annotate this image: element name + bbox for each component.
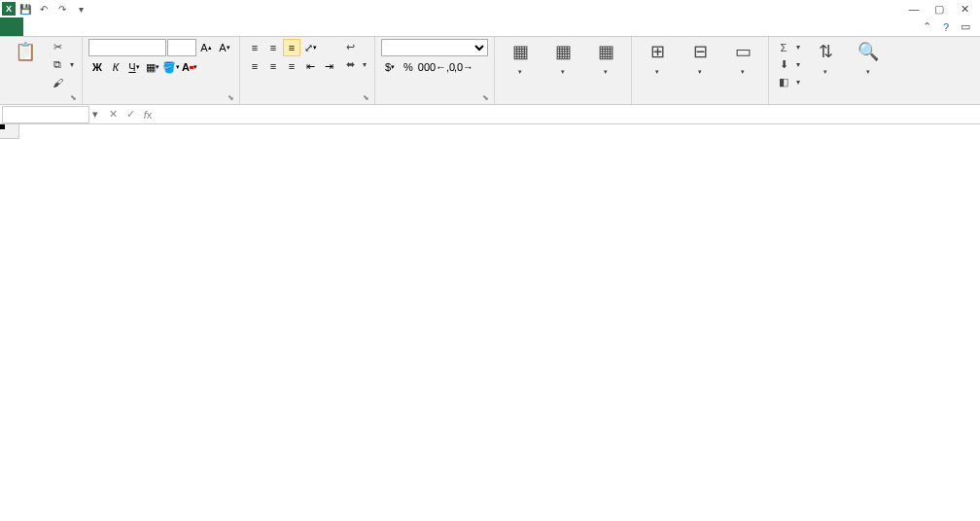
clipboard-group: 📋 ✂ ⧉▾ 🖌 ⬊ xyxy=(0,37,83,104)
font-dialog-launcher[interactable]: ⬊ xyxy=(228,93,237,103)
percent-button[interactable]: % xyxy=(400,58,417,76)
cells-group: ⊞▾ ⊟▾ ▭▾ xyxy=(632,37,769,104)
cells-area[interactable] xyxy=(19,139,980,521)
increase-decimal-button[interactable]: ←,0 xyxy=(437,58,454,76)
qat-redo-icon[interactable]: ↷ xyxy=(53,1,71,17)
number-format-select[interactable] xyxy=(381,39,488,56)
fill-icon: ⬇ xyxy=(777,58,790,72)
ribbon: 📋 ✂ ⧉▾ 🖌 ⬊ A▴ A▾ Ж К Ч▾ ▦▾ xyxy=(0,37,980,105)
column-headers xyxy=(19,124,980,139)
formula-bar-row: ▾ ✕ ✓ fx xyxy=(0,105,980,124)
help-icon[interactable]: ? xyxy=(939,20,953,34)
font-size-select[interactable] xyxy=(167,39,196,56)
spreadsheet-grid[interactable] xyxy=(0,124,980,521)
brush-icon: 🖌 xyxy=(51,76,64,89)
fx-button[interactable]: fx xyxy=(140,107,156,122)
underline-button[interactable]: Ч▾ xyxy=(125,58,143,76)
grow-font-button[interactable]: A▴ xyxy=(197,39,215,56)
align-left-button[interactable]: ≡ xyxy=(246,57,263,75)
number-dialog-launcher[interactable]: ⬊ xyxy=(482,93,492,103)
decrease-indent-button[interactable]: ⇤ xyxy=(301,57,319,75)
align-right-button[interactable]: ≡ xyxy=(283,57,300,75)
font-color-button[interactable]: A▾ xyxy=(181,58,198,76)
qat-undo-icon[interactable]: ↶ xyxy=(35,1,52,17)
comma-button[interactable]: 000 xyxy=(418,58,436,76)
formula-input[interactable] xyxy=(159,106,980,123)
increase-indent-button[interactable]: ⇥ xyxy=(320,57,337,75)
wrap-icon: ↩ xyxy=(343,41,357,54)
fill-color-button[interactable]: 🪣▾ xyxy=(162,58,180,76)
file-tab[interactable] xyxy=(0,17,23,36)
merge-icon: ⬌ xyxy=(343,58,357,72)
qat-customize-icon[interactable]: ▾ xyxy=(72,1,89,17)
paste-icon: 📋 xyxy=(14,41,37,64)
close-button[interactable]: ✕ xyxy=(953,1,976,17)
italic-button[interactable]: К xyxy=(107,58,124,76)
qat-save-icon[interactable]: 💾 xyxy=(17,1,34,17)
title-bar: X 💾 ↶ ↷ ▾ — ▢ ✕ xyxy=(0,0,980,17)
insert-icon: ⊞ xyxy=(646,41,669,64)
find-select-button[interactable]: 🔍▾ xyxy=(849,39,888,78)
format-cells-button[interactable]: ▭▾ xyxy=(723,39,762,78)
minimize-ribbon-icon[interactable]: ⌃ xyxy=(920,20,933,34)
copy-icon: ⧉ xyxy=(51,58,64,72)
find-icon: 🔍 xyxy=(857,41,880,64)
autosum-button[interactable]: Σ▾ xyxy=(775,39,802,55)
align-middle-button[interactable]: ≡ xyxy=(264,39,282,56)
font-group: A▴ A▾ Ж К Ч▾ ▦▾ 🪣▾ A▾ ⬊ xyxy=(83,37,240,104)
eraser-icon: ◧ xyxy=(777,76,790,89)
format-painter-button[interactable]: 🖌 xyxy=(49,74,76,90)
alignment-group-label xyxy=(240,90,374,104)
window-controls-icon[interactable]: ▭ xyxy=(959,20,972,34)
decrease-decimal-button[interactable]: ,0→ xyxy=(455,58,472,76)
cut-button[interactable]: ✂ xyxy=(49,39,76,55)
sigma-icon: Σ xyxy=(777,41,790,54)
orientation-button[interactable]: ⤢▾ xyxy=(301,39,319,56)
name-box-dropdown[interactable]: ▾ xyxy=(89,108,101,121)
alignment-dialog-launcher[interactable]: ⬊ xyxy=(363,93,372,103)
name-box[interactable] xyxy=(2,106,89,123)
cellstyles-icon: ▦ xyxy=(594,41,617,64)
sort-filter-button[interactable]: ⇅▾ xyxy=(806,39,845,78)
insert-cells-button[interactable]: ⊞▾ xyxy=(638,39,677,78)
conditional-formatting-button[interactable]: ▦▾ xyxy=(501,39,540,78)
border-button[interactable]: ▦▾ xyxy=(144,58,161,76)
sort-icon: ⇅ xyxy=(814,41,837,64)
delete-cells-button[interactable]: ⊟▾ xyxy=(681,39,719,78)
maximize-button[interactable]: ▢ xyxy=(928,1,951,17)
copy-button[interactable]: ⧉▾ xyxy=(49,56,76,73)
format-as-table-button[interactable]: ▦▾ xyxy=(543,39,582,78)
fill-handle[interactable] xyxy=(0,124,5,129)
wrap-text-button[interactable]: ↩ xyxy=(341,39,368,55)
editing-group-label xyxy=(769,90,893,104)
currency-button[interactable]: $▾ xyxy=(381,58,399,76)
align-top-button[interactable]: ≡ xyxy=(246,39,263,56)
cells-group-label xyxy=(632,90,768,104)
styles-group-label xyxy=(495,90,631,104)
clipboard-dialog-launcher[interactable]: ⬊ xyxy=(70,93,80,103)
number-group: $▾ % 000 ←,0 ,0→ ⬊ xyxy=(375,37,495,104)
cut-icon: ✂ xyxy=(51,41,64,54)
paste-button[interactable]: 📋 xyxy=(6,39,45,68)
cell-styles-button[interactable]: ▦▾ xyxy=(586,39,625,78)
delete-icon: ⊟ xyxy=(688,41,712,64)
alignment-group: ≡ ≡ ≡ ⤢▾ ≡ ≡ ≡ ⇤ ⇥ ↩ ⬌▾ ⬊ xyxy=(240,37,375,104)
minimize-button[interactable]: — xyxy=(902,1,926,17)
app-icon: X xyxy=(2,2,16,16)
align-center-button[interactable]: ≡ xyxy=(264,57,282,75)
bold-button[interactable]: Ж xyxy=(88,58,106,76)
fill-button[interactable]: ⬇▾ xyxy=(775,56,802,73)
table-icon: ▦ xyxy=(551,41,575,64)
styles-group: ▦▾ ▦▾ ▦▾ xyxy=(495,37,632,104)
editing-group: Σ▾ ⬇▾ ◧▾ ⇅▾ 🔍▾ xyxy=(769,37,893,104)
shrink-font-button[interactable]: A▾ xyxy=(216,39,233,56)
merge-center-button[interactable]: ⬌▾ xyxy=(341,56,368,73)
align-bottom-button[interactable]: ≡ xyxy=(283,39,300,56)
font-name-select[interactable] xyxy=(88,39,166,56)
clear-button[interactable]: ◧▾ xyxy=(775,74,802,90)
number-group-label xyxy=(375,90,494,104)
conditional-icon: ▦ xyxy=(508,41,532,64)
cancel-formula-button[interactable]: ✕ xyxy=(105,107,121,122)
enter-formula-button[interactable]: ✓ xyxy=(122,107,138,122)
ribbon-tabs: ⌃ ? ▭ xyxy=(0,17,980,37)
